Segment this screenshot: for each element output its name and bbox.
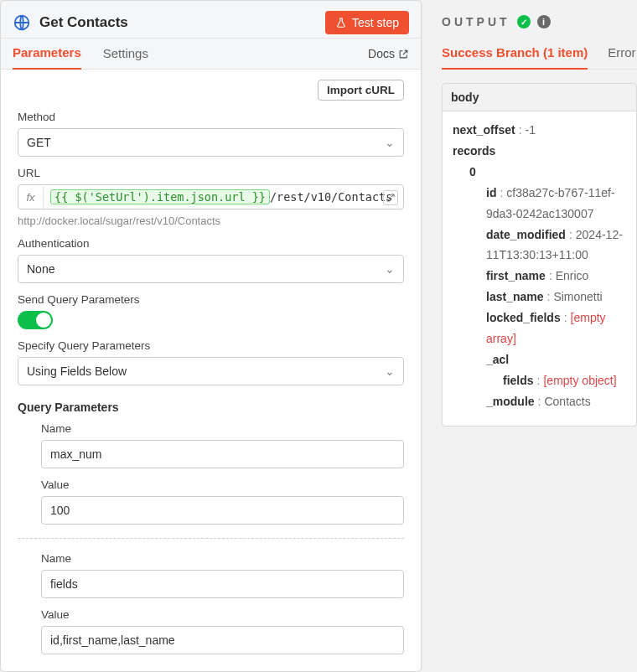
qparams-head: Query Parameters xyxy=(18,401,404,414)
qparam1-value-label: Value xyxy=(41,608,404,621)
chevron-down-icon: ⌄ xyxy=(385,262,395,276)
toggle-knob xyxy=(36,313,51,328)
json-row: first_name:Enrico xyxy=(449,266,629,287)
qparam1-value-input[interactable] xyxy=(41,626,404,654)
expand-icon[interactable] xyxy=(383,190,398,205)
json-row: 0 xyxy=(449,162,629,183)
specify-label: Specify Query Parameters xyxy=(18,339,404,352)
flask-icon xyxy=(335,17,347,28)
url-expression: {{ $('SetUrl').item.json.url }}/rest/v10… xyxy=(44,185,403,209)
method-label: Method xyxy=(18,111,404,123)
form-scroll[interactable]: Import cURL Method GET ⌄ URL fx {{ $('Se… xyxy=(1,70,421,671)
docs-link[interactable]: Docs xyxy=(368,40,409,67)
json-row: fields:[empty object] xyxy=(449,370,629,391)
chevron-down-icon: ⌄ xyxy=(385,136,395,149)
body-heading: body xyxy=(442,83,637,111)
output-tabs: Success Branch (1 item) Error xyxy=(442,40,637,70)
qparam1-name-input[interactable] xyxy=(41,570,404,598)
url-expr-chip: {{ $('SetUrl').item.json.url }} xyxy=(50,189,270,204)
test-step-button[interactable]: Test step xyxy=(325,11,409,34)
specify-value: Using Fields Below xyxy=(27,364,127,378)
url-suffix: /rest/v10/Contacts xyxy=(270,190,392,204)
fx-icon: fx xyxy=(18,186,44,209)
tab-parameters[interactable]: Parameters xyxy=(13,39,81,70)
chevron-down-icon: ⌄ xyxy=(385,364,395,378)
url-label: URL xyxy=(18,167,404,179)
json-row: locked_fields:[empty array] xyxy=(449,308,629,349)
info-icon[interactable]: i xyxy=(537,15,551,28)
error-branch-tab[interactable]: Error xyxy=(608,40,635,69)
qparam-block-1: Name Value xyxy=(41,552,404,654)
test-step-label: Test step xyxy=(352,16,399,29)
output-header: OUTPUT i xyxy=(442,15,637,28)
auth-select[interactable]: None ⌄ xyxy=(18,255,404,283)
app-root: Get Contacts Test step Parameters Settin… xyxy=(0,0,637,672)
docs-label: Docs xyxy=(368,47,395,60)
json-row: last_name:Simonetti xyxy=(449,287,629,308)
json-row: _module:Contacts xyxy=(449,391,629,412)
panel-title: Get Contacts xyxy=(39,14,317,31)
external-link-icon xyxy=(398,49,409,59)
json-row: _acl xyxy=(449,349,629,370)
qparam1-name-label: Name xyxy=(41,552,404,565)
qparam0-value-label: Value xyxy=(41,478,404,491)
output-panel: OUTPUT i Success Branch (1 item) Error b… xyxy=(422,0,637,672)
import-row: Import cURL xyxy=(18,80,404,101)
success-status-icon xyxy=(517,15,531,28)
sqp-label: Send Query Parameters xyxy=(18,293,404,306)
qparam0-value-input[interactable] xyxy=(41,496,404,525)
qparam-separator xyxy=(18,538,404,539)
url-resolved: http://docker.local/sugar/rest/v10/Conta… xyxy=(18,215,404,227)
panel-header: Get Contacts Test step xyxy=(1,1,421,39)
json-output[interactable]: next_offset:-1 records 0 id:cf38a27c-b76… xyxy=(442,111,637,426)
config-panel: Get Contacts Test step Parameters Settin… xyxy=(0,0,422,672)
send-query-toggle[interactable] xyxy=(18,311,53,329)
url-input[interactable]: fx {{ $('SetUrl').item.json.url }}/rest/… xyxy=(18,184,404,209)
qparam0-name-input[interactable] xyxy=(41,440,404,468)
qparam-block-0: Name Value xyxy=(41,422,404,525)
method-select[interactable]: GET ⌄ xyxy=(18,128,404,157)
auth-label: Authentication xyxy=(18,237,404,250)
method-value: GET xyxy=(27,136,51,149)
success-branch-tab[interactable]: Success Branch (1 item) xyxy=(442,40,588,70)
import-curl-button[interactable]: Import cURL xyxy=(318,80,404,101)
json-row: date_modified:2024-12-11T13:30:13+11:00 xyxy=(449,225,629,266)
qparam0-name-label: Name xyxy=(41,422,404,435)
output-label: OUTPUT xyxy=(442,15,510,28)
tab-settings[interactable]: Settings xyxy=(103,39,148,69)
json-row: records xyxy=(449,141,629,162)
globe-icon xyxy=(13,13,31,32)
json-row: id:cf38a27c-b767-11ef-9da3-0242ac130007 xyxy=(449,183,629,225)
specify-select[interactable]: Using Fields Below ⌄ xyxy=(18,357,404,385)
config-tabs: Parameters Settings Docs xyxy=(1,39,421,70)
json-row: next_offset:-1 xyxy=(449,120,629,141)
auth-value: None xyxy=(27,262,54,276)
